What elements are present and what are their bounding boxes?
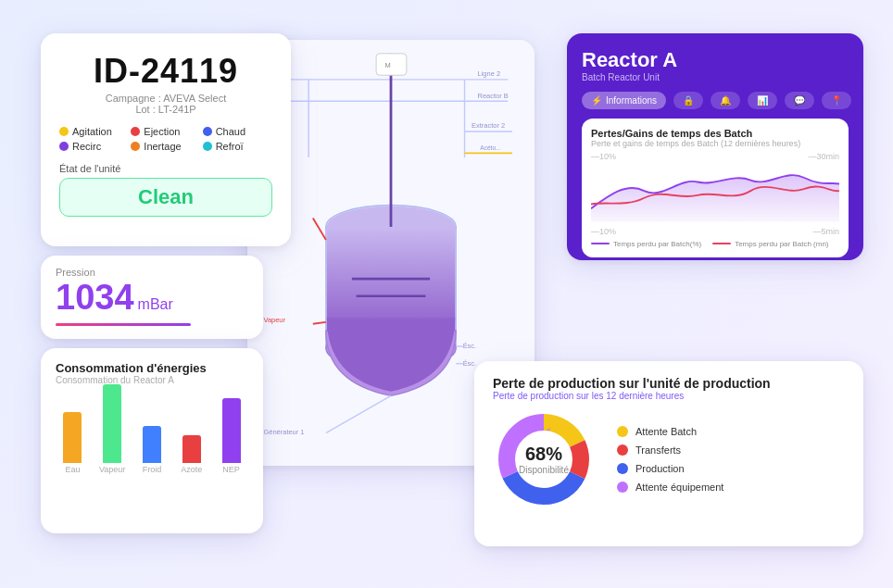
tab-chart[interactable]: 📊 (748, 92, 777, 109)
legend-dot-purple (617, 482, 628, 493)
tag-dot-recirc (59, 142, 69, 151)
svg-text:Ésc.: Ésc. (463, 358, 477, 367)
main-scene: ID-24119 Campagne : AVEVA Select Lot : L… (20, 17, 873, 572)
svg-text:Vapeur: Vapeur (263, 315, 285, 323)
bar-froid (143, 426, 161, 463)
tag-chaud: Chaud (203, 126, 272, 137)
svg-text:M: M (384, 60, 390, 69)
id-card: ID-24119 Campagne : AVEVA Select Lot : L… (41, 33, 291, 246)
pressure-label: Pression (56, 267, 248, 278)
legend-dot-yellow (617, 426, 628, 437)
tab-location[interactable]: 📍 (822, 92, 851, 109)
pressure-bar (56, 323, 191, 326)
tag-inertage: Inertage (131, 141, 200, 152)
legend-line-red (712, 243, 731, 244)
pressure-card: Pression 1034 mBar (41, 256, 263, 339)
y-label-left-bot: —10% (591, 227, 616, 236)
svg-text:Reactor B: Reactor B (478, 91, 509, 99)
unit-state-badge: Clean (59, 178, 272, 217)
bar-group-froid: Froid (135, 426, 170, 474)
batch-chart-card: Pertes/Gains de temps des Batch Perte et… (582, 119, 849, 257)
chart-legend: Temps perdu par Batch(%) Temps perdu par… (591, 240, 839, 248)
chart-y-labels: —10% —30min (591, 152, 839, 161)
tab-chat[interactable]: 💬 (785, 92, 814, 109)
tag-dot-chaud (203, 127, 212, 136)
tag-ejection: Ejection (131, 126, 200, 137)
bar-group-nep: NEP (214, 398, 248, 474)
pressure-unit: mBar (138, 296, 173, 313)
legend-dot-blue (617, 463, 628, 474)
pressure-value: 1034 mBar (56, 278, 248, 318)
donut-center: 68% Disponibilité (519, 444, 569, 475)
legend-pct: Temps perdu par Batch(%) (591, 240, 701, 248)
svg-rect-19 (376, 53, 407, 74)
legend-production: Production (617, 463, 723, 474)
y-label-right-top: —30min (808, 152, 839, 161)
energy-subtitle: Consommation du Reactor A (56, 375, 248, 385)
svg-line-24 (313, 321, 326, 323)
tab-informations[interactable]: ⚡ Informations (582, 92, 666, 109)
tag-dot-ejection (131, 127, 140, 136)
donut-label: Disponibilité (519, 465, 569, 475)
donut-chart: 68% Disponibilité (493, 408, 595, 510)
legend-attente-batch: Attente Batch (617, 426, 723, 437)
svg-text:Ligne 2: Ligne 2 (478, 69, 501, 78)
y-label-left-top: —10% (591, 152, 616, 161)
bar-nep (222, 398, 241, 463)
energy-title: Consommation d'énergies (56, 361, 248, 375)
prod-body: 68% Disponibilité Attente Batch Transfer… (493, 408, 845, 510)
bar-chart: Eau Vapeur Froid Azote NEP (56, 398, 248, 491)
batch-chart-sub: Perte et gains de temps des Batch (12 de… (591, 139, 839, 148)
production-legend: Attente Batch Transferts Production Atte… (617, 426, 723, 493)
bar-azote (182, 435, 201, 463)
legend-dot-red (617, 444, 628, 456)
donut-pct: 68% (519, 444, 569, 465)
reactor-a-title: Reactor A (582, 48, 849, 72)
svg-text:Extractor 2: Extractor 2 (472, 121, 505, 130)
tag-recirc: Recirc (59, 141, 129, 152)
bar-group-eau: Eau (56, 412, 90, 474)
tag-agitation: Agitation (59, 126, 129, 137)
svg-text:Ésc.: Ésc. (463, 341, 477, 349)
reactor-a-card: Reactor A Batch Reactor Unit ⚡ Informati… (567, 33, 863, 260)
id-title: ID-24119 (59, 52, 272, 91)
bar-eau (63, 412, 82, 463)
lot-label: Lot : LT-241P (59, 104, 272, 115)
campaign-label: Campagne : AVEVA Select (59, 93, 272, 104)
bar-group-vapeur: Vapeur (95, 384, 130, 474)
legend-line-purple (591, 243, 610, 244)
prod-title: Perte de production sur l'unité de produ… (493, 376, 845, 391)
unit-state-label: État de l'unité (59, 163, 272, 174)
production-card: Perte de production sur l'unité de produ… (474, 361, 863, 546)
chart-y-labels-bottom: —10% —5min (591, 227, 839, 236)
svg-line-30 (326, 395, 391, 432)
legend-transferts: Transferts (617, 444, 723, 456)
svg-text:Acéto...: Acéto... (480, 144, 500, 150)
svg-text:Générateur 1: Générateur 1 (263, 428, 304, 436)
lock-icon: 🔒 (683, 95, 694, 106)
info-icon: ⚡ (591, 95, 602, 106)
tag-refroi: Refroï (203, 141, 272, 152)
tag-list: Agitation Ejection Chaud Recirc Inertage… (59, 126, 272, 152)
batch-chart-title: Pertes/Gains de temps des Batch (591, 128, 839, 139)
tab-bell[interactable]: 🔔 (711, 92, 740, 109)
prod-sub: Perte de production sur les 12 dernière … (493, 391, 845, 401)
tag-dot-agitation (59, 127, 69, 136)
bell-icon: 🔔 (720, 95, 731, 106)
legend-attente-equipement: Attente équipement (617, 482, 723, 493)
tab-lock[interactable]: 🔒 (673, 92, 703, 109)
energy-card: Consommation d'énergies Consommation du … (41, 348, 263, 533)
svg-line-22 (313, 218, 326, 239)
bar-vapeur (103, 384, 121, 463)
tag-dot-inertage (131, 142, 140, 151)
y-label-right-bot: —5min (812, 227, 839, 236)
legend-mn: Temps perdu par Batch (mn) (712, 240, 828, 248)
tag-dot-refroi (203, 142, 212, 151)
chart-icon: 📊 (757, 95, 768, 106)
location-icon: 📍 (831, 95, 842, 106)
reactor-a-tabs: ⚡ Informations 🔒 🔔 📊 💬 📍 (582, 92, 849, 109)
reactor-a-subtitle: Batch Reactor Unit (582, 72, 849, 82)
chat-icon: 💬 (794, 95, 805, 106)
batch-chart-svg (591, 163, 839, 223)
bar-group-azote: Azote (174, 435, 208, 474)
